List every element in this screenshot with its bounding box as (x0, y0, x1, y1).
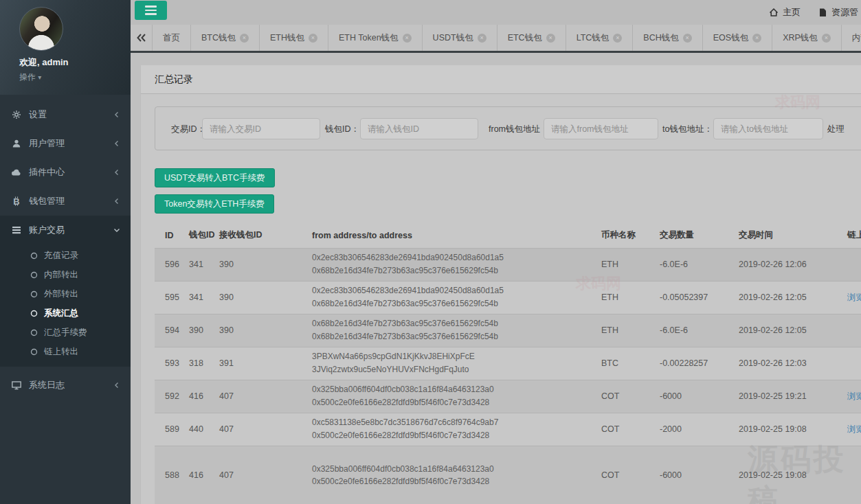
table-row: 592 416 407 0x325bba006ff604df0cb038c1a1… (155, 380, 861, 413)
sidebar-item-plugin-center[interactable]: 插件中心 (0, 158, 131, 187)
desktop-icon (11, 380, 22, 391)
tab-home[interactable]: 首页 (153, 25, 191, 51)
to-address-label: to钱包地址： (662, 124, 713, 135)
home-link[interactable]: 主页 (769, 6, 801, 19)
sidebar-item-account-transactions[interactable]: 账户交易 (0, 216, 131, 244)
browse-link[interactable]: 浏览 (847, 391, 861, 401)
gear-icon (11, 109, 22, 120)
table-row: 589 440 407 0xc5831138e5e8bc7dc3518676d7… (155, 413, 861, 446)
chevron-left-icon (113, 139, 121, 148)
submenu-item-onchain-transfer[interactable]: 链上转出 (0, 342, 131, 361)
transaction-id-input[interactable] (202, 118, 320, 139)
from-address: 0x2ec83b306546283de26941bda902450d8a60d1… (312, 284, 590, 297)
main-content: 汇总记录 交易ID： 钱包ID： from钱包地址： to钱包地址： 处理 US… (131, 55, 861, 504)
close-icon[interactable]: × (683, 34, 692, 43)
tab-etc-wallet[interactable]: ETC钱包× (497, 25, 566, 51)
circle-icon (30, 252, 38, 260)
sidebar-item-wallet-management[interactable]: B 钱包管理 (0, 187, 131, 216)
user-actions-dropdown[interactable]: 操作 ▾ (19, 71, 131, 83)
submenu-item-recharge-records[interactable]: 充值记录 (0, 246, 131, 265)
sidebar: 欢迎, admin 操作 ▾ 设置 用户管理 插件中心 (0, 0, 131, 504)
sidebar-menu: 设置 用户管理 插件中心 B (0, 100, 131, 400)
from-address: 0xc5831138e5e8bc7dc3518676d7c6c8f9764c9a… (312, 416, 590, 429)
circle-icon (30, 271, 38, 279)
circle-icon (30, 348, 38, 356)
to-address: 3JViq2zwtx9uc5eNoYHUVxFNcHgdFqJuto (312, 363, 590, 376)
chevron-left-icon (113, 197, 121, 205)
tab-internal-transfer[interactable]: 内部转出× (842, 25, 861, 51)
tab-bch-wallet[interactable]: BCH钱包× (633, 25, 702, 51)
status-label: 处理 (827, 124, 845, 135)
tab-btc-wallet[interactable]: BTC钱包× (191, 25, 260, 51)
sidebar-item-system-logs[interactable]: 系统日志 (0, 371, 131, 400)
submenu-item-summary-fee[interactable]: 汇总手续费 (0, 323, 131, 342)
hamburger-icon (145, 5, 157, 8)
close-icon[interactable]: × (240, 34, 249, 43)
close-icon[interactable]: × (309, 34, 317, 43)
to-address: 0x68b2e16d34fe7b273b63ac95c376e615629fc5… (312, 330, 590, 343)
chevron-left-icon (113, 381, 121, 389)
chevron-left-icon (113, 168, 121, 176)
tab-usdt-wallet[interactable]: USDT钱包× (423, 25, 497, 51)
sidebar-toggle-button[interactable] (135, 1, 167, 20)
panel-body: 交易ID： 钱包ID： from钱包地址： to钱包地址： 处理 USDT交易转… (141, 94, 861, 504)
submenu-item-external-transfer[interactable]: 外部转出 (0, 284, 131, 303)
wallet-id-input[interactable] (360, 118, 478, 139)
file-icon (818, 8, 827, 17)
token-to-eth-fee-button[interactable]: Token交易转入ETH手续费 (155, 194, 274, 214)
avatar[interactable] (19, 7, 63, 51)
from-address-label: from钱包地址： (489, 124, 549, 135)
close-icon[interactable]: × (613, 34, 622, 43)
table-row: 594 390 390 0x68b2e16d34fe7b273b63ac95c3… (155, 314, 861, 347)
navbar-links: 主页 资源管 (703, 0, 861, 25)
user-icon (11, 138, 22, 149)
table-row: 595 341 390 0x2ec83b306546283de26941bda9… (155, 281, 861, 314)
to-address: 0x500c2e0fe6166e282fdfd9bf5f46f0c7e73d34… (312, 475, 590, 488)
filter-box: 交易ID： 钱包ID： from钱包地址： to钱包地址： 处理 (155, 106, 861, 150)
table-row: 588 416 407 0x325bba006ff604df0cb038c1a1… (155, 446, 861, 504)
sidebar-item-user-management[interactable]: 用户管理 (0, 129, 131, 158)
browse-link[interactable]: 浏览 (847, 293, 861, 302)
from-address: 0x2ec83b306546283de26941bda902450d8a60d1… (312, 251, 590, 264)
to-address-input[interactable] (713, 118, 823, 139)
tab-ltc-wallet[interactable]: LTC钱包× (566, 25, 634, 51)
tab-xrp-wallet[interactable]: XRP钱包× (772, 25, 842, 51)
bitcoin-icon: B (11, 196, 22, 207)
tab-bar: 首页 BTC钱包× ETH钱包× ETH Token钱包× USDT钱包× ET… (131, 25, 861, 53)
submenu-item-system-summary[interactable]: 系统汇总 (0, 303, 131, 323)
from-address: 0x68b2e16d34fe7b273b63ac95c376e615629fc5… (312, 317, 590, 330)
close-icon[interactable]: × (546, 34, 555, 43)
tab-scroll-left-button[interactable] (131, 25, 153, 51)
close-icon[interactable]: × (752, 34, 761, 43)
page-title: 汇总记录 (155, 73, 193, 86)
summary-records-table: ID 钱包ID 接收钱包ID from address/to address 币… (155, 223, 861, 504)
home-icon (769, 8, 779, 17)
browse-link[interactable]: 浏览 (847, 424, 861, 434)
summary-records-panel: 汇总记录 交易ID： 钱包ID： from钱包地址： to钱包地址： 处理 US… (141, 65, 861, 504)
table-row: 596 341 390 0x2ec83b306546283de26941bda9… (155, 248, 861, 281)
tab-eth-wallet[interactable]: ETH钱包× (260, 25, 328, 51)
to-address: 0x68b2e16d34fe7b273b63ac95c376e615629fc5… (312, 297, 590, 310)
resource-manager-link[interactable]: 资源管 (818, 6, 858, 19)
sidebar-item-settings[interactable]: 设置 (0, 100, 131, 129)
tab-eos-wallet[interactable]: EOS钱包× (703, 25, 772, 51)
account-transactions-submenu: 充值记录 内部转出 外部转出 系统汇总 汇总手续费 (0, 244, 131, 367)
close-icon[interactable]: × (822, 34, 831, 43)
tab-eth-token-wallet[interactable]: ETH Token钱包× (328, 25, 423, 51)
caret-down-icon: ▾ (38, 73, 41, 81)
close-icon[interactable]: × (478, 34, 487, 43)
to-address: 0x68b2e16d34fe7b273b63ac95c376e615629fc5… (312, 264, 590, 277)
close-icon[interactable]: × (403, 34, 412, 43)
svg-text:B: B (13, 196, 19, 207)
submenu-item-internal-transfer[interactable]: 内部转出 (0, 265, 131, 284)
circle-icon (30, 329, 38, 336)
chevron-left-icon (113, 111, 121, 119)
circle-icon (30, 310, 38, 317)
transaction-id-label: 交易ID： (171, 124, 205, 135)
user-panel: 欢迎, admin 操作 ▾ (0, 0, 131, 95)
top-navbar: 主页 资源管 (131, 0, 861, 25)
from-address-input[interactable] (544, 118, 658, 139)
double-chevron-left-icon (136, 33, 147, 43)
usdt-to-btc-fee-button[interactable]: USDT交易转入BTC手续费 (155, 168, 275, 187)
chevron-down-icon (113, 226, 121, 234)
